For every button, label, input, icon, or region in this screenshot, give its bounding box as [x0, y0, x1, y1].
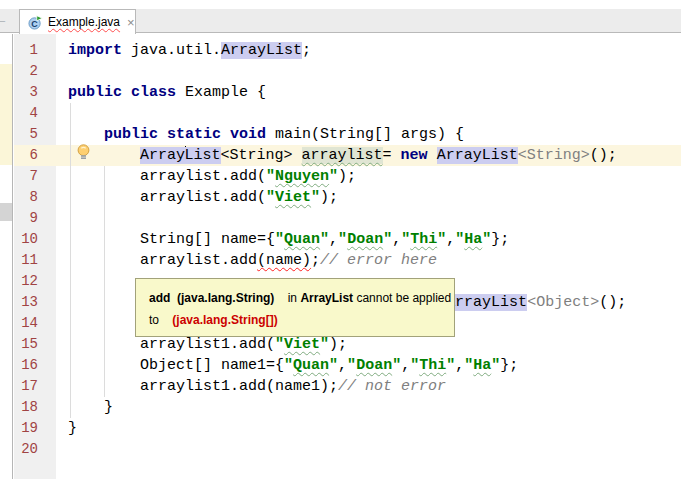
code-line[interactable]: Object[] name1={"Quan","Doan","Thi","Ha"…: [68, 355, 518, 376]
code-line[interactable]: arraylist.add("Nguyen");: [68, 166, 356, 187]
left-panel-selection: [0, 203, 12, 221]
line-number[interactable]: 19: [14, 418, 38, 439]
line-number[interactable]: 2: [14, 61, 38, 82]
code-line[interactable]: import java.util.ArrayList;: [68, 40, 311, 61]
tooltip-text: add (java.lang.String) in ArrayList cann…: [149, 287, 454, 331]
line-number[interactable]: 12: [14, 271, 38, 292]
left-panel-edge: [0, 34, 13, 479]
line-number[interactable]: 14: [14, 313, 38, 334]
line-number[interactable]: 6: [14, 145, 38, 166]
line-number[interactable]: 8: [14, 187, 38, 208]
line-number[interactable]: 16: [14, 355, 38, 376]
line-number[interactable]: 1: [14, 40, 38, 61]
line-number[interactable]: 13: [14, 292, 38, 313]
tab-close-icon[interactable]: ×: [127, 16, 135, 29]
line-number[interactable]: 3: [14, 82, 38, 103]
tooltip-row: add (java.lang.String) in ArrayList cann…: [149, 287, 454, 309]
ide-window: ← C Example.java × 123456789101112131415…: [0, 0, 681, 479]
code-line[interactable]: }: [68, 418, 77, 439]
line-number[interactable]: 10: [14, 229, 38, 250]
tooltip-arrow-fill: [287, 278, 305, 280]
code-line[interactable]: arraylist1.add("Viet");: [68, 334, 347, 355]
code-line[interactable]: }: [68, 397, 113, 418]
line-number[interactable]: 20: [14, 439, 38, 460]
code-line[interactable]: ArrayList<String> arraylist= new ArrayLi…: [68, 145, 617, 166]
tooltip-row: to (java.lang.String[]): [149, 309, 454, 331]
code-line[interactable]: public class Example {: [68, 82, 266, 103]
java-class-icon: C: [28, 15, 43, 30]
back-arrow-fragment-icon: ←: [0, 11, 8, 27]
line-number[interactable]: 7: [14, 166, 38, 187]
line-number[interactable]: 5: [14, 124, 38, 145]
line-number[interactable]: 11: [14, 250, 38, 271]
tab-label: Example.java: [48, 15, 120, 29]
code-line[interactable]: arraylist1.add(name1);// not error: [68, 376, 446, 397]
code-line[interactable]: arraylist.add(name);// error here: [68, 250, 437, 271]
line-number[interactable]: 18: [14, 397, 38, 418]
error-tooltip: add (java.lang.String) in ArrayList cann…: [135, 278, 455, 337]
left-panel-highlight: [0, 64, 12, 165]
editor-tab-bar: ← C Example.java ×: [0, 0, 681, 34]
code-line[interactable]: arraylist.add("Viet");: [68, 187, 338, 208]
tab-example-java[interactable]: C Example.java ×: [19, 9, 136, 34]
line-number[interactable]: 17: [14, 376, 38, 397]
code-line[interactable]: String[] name={"Quan","Doan","Thi","Ha"}…: [68, 229, 509, 250]
line-number[interactable]: 15: [14, 334, 38, 355]
code-line[interactable]: public static void main(String[] args) {: [68, 124, 464, 145]
line-number[interactable]: 4: [14, 103, 38, 124]
intention-bulb-icon[interactable]: [76, 144, 91, 161]
line-number[interactable]: 9: [14, 208, 38, 229]
